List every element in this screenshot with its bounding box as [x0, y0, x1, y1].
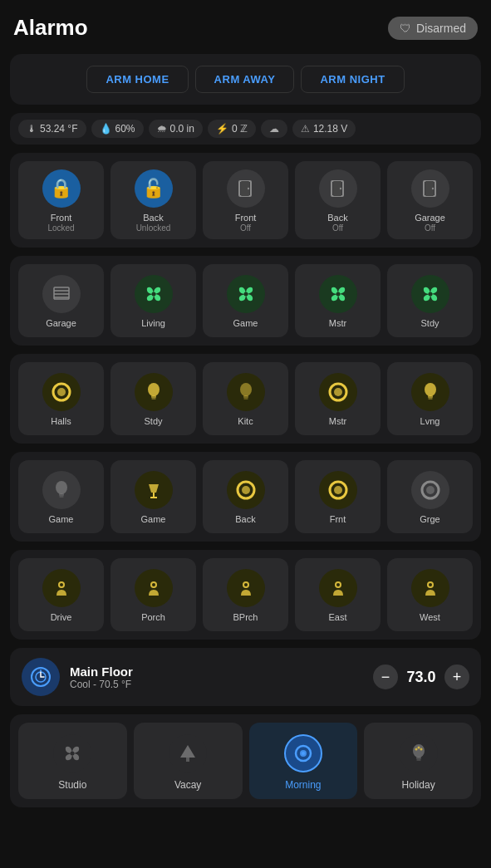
thermostat-row[interactable]: Main Floor Cool - 70.5 °F − 73.0 +	[10, 648, 481, 706]
scene-morning[interactable]: Morning	[249, 723, 358, 799]
device-west-motion[interactable]: West	[387, 558, 473, 631]
device-mstr-fan[interactable]: Mstr	[295, 264, 381, 337]
device-lvng-light[interactable]: Lvng	[387, 362, 473, 435]
thermostat-name: Main Floor	[70, 664, 363, 679]
motion-sensor-icon-4	[327, 577, 349, 599]
svg-point-55	[71, 752, 75, 756]
svg-point-49	[336, 583, 340, 586]
cloud-icon: ☁	[269, 123, 279, 135]
device-grge-light[interactable]: Grge	[387, 460, 473, 533]
svg-point-60	[302, 752, 305, 755]
device-kitc-light[interactable]: Kitc	[203, 362, 288, 435]
svg-point-18	[57, 388, 66, 396]
voltage-icon: ⚠	[301, 123, 310, 135]
vacay-label: Vacay	[174, 779, 201, 791]
device-east-motion[interactable]: East	[295, 558, 381, 631]
lamp-icon	[143, 479, 164, 501]
svg-rect-62	[416, 757, 421, 759]
holiday-label: Holiday	[402, 779, 435, 791]
motion-grid-section: Drive Porch	[10, 550, 481, 640]
svg-point-19	[148, 383, 160, 396]
device-porch-motion[interactable]: Porch	[110, 558, 196, 631]
device-frnt-light[interactable]: Frnt	[295, 460, 381, 533]
kitc-light-label: Kitc	[238, 416, 253, 427]
svg-point-8	[431, 188, 433, 189]
device-bprch-motion[interactable]: BPrch	[203, 558, 288, 631]
device-front-door[interactable]: Front Off	[203, 161, 288, 239]
device-living-fan[interactable]: Living	[110, 264, 196, 337]
garage-fan-icon-wrap	[42, 275, 81, 313]
rain-value: 0.0 in	[170, 123, 194, 135]
garage-icon	[52, 284, 71, 304]
drive-motion-label: Drive	[51, 612, 72, 623]
device-stdy-fan[interactable]: Stdy	[387, 264, 473, 337]
thermostat-decrease-button[interactable]: −	[373, 664, 398, 689]
temp-icon: 🌡	[27, 123, 37, 135]
stdy-fan-icon-wrap	[411, 275, 449, 313]
mstr-fan-label: Mstr	[329, 318, 346, 329]
fan-icon-2	[235, 283, 257, 305]
arm-home-button[interactable]: ARM HOME	[86, 66, 188, 93]
door-icon	[236, 179, 256, 199]
game-fan-icon-wrap	[227, 275, 265, 313]
svg-point-51	[429, 583, 432, 586]
thermostat-increase-button[interactable]: +	[444, 664, 469, 689]
device-back-lock[interactable]: 🔓 Back Unlocked	[110, 161, 196, 239]
morning-label: Morning	[285, 779, 321, 791]
sensor-temp: 🌡 53.24 °F	[18, 120, 86, 138]
game-light-label: Game	[49, 514, 74, 525]
device-halls-light[interactable]: Halls	[18, 362, 104, 435]
mstr-fan-icon-wrap	[319, 275, 357, 313]
ring-yellow-icon	[50, 380, 73, 404]
rain-icon: 🌧	[157, 123, 167, 135]
svg-point-22	[240, 383, 252, 396]
shield-icon: 🛡	[400, 22, 411, 35]
scene-holiday[interactable]: Holiday	[364, 723, 473, 799]
sensor-rain: 🌧 0.0 in	[149, 120, 203, 138]
device-garage-door[interactable]: Garage Off	[387, 161, 473, 239]
app-container: Alarmo 🛡 Disarmed ARM HOME ARM AWAY ARM …	[0, 0, 491, 817]
light1-grid-section: Halls Stdy	[10, 354, 481, 444]
bulb-yellow-icon-2	[420, 381, 441, 403]
svg-point-16	[428, 292, 432, 296]
device-game-fan[interactable]: Game	[203, 264, 288, 337]
device-stdy-light[interactable]: Stdy	[110, 362, 196, 435]
sensor-humidity: 💧 60%	[91, 120, 144, 138]
back-light-icon-wrap	[227, 471, 265, 509]
status-badge[interactable]: 🛡 Disarmed	[388, 17, 478, 40]
frnt-light-label: Frnt	[330, 514, 346, 525]
sensor-bar: 🌡 53.24 °F 💧 60% 🌧 0.0 in ⚡ 0 ℤ ☁ ⚠ 12.1…	[10, 113, 481, 145]
device-garage-fan[interactable]: Garage	[18, 264, 104, 337]
light1-device-grid: Halls Stdy	[18, 362, 473, 435]
kitc-light-icon-wrap	[227, 373, 265, 411]
device-mstr-light[interactable]: Mstr	[295, 362, 381, 435]
game-lamp-icon-wrap	[135, 471, 173, 509]
power-icon: ⚡	[216, 123, 228, 135]
device-game-light[interactable]: Game	[18, 460, 104, 533]
app-title: Alarmo	[13, 15, 88, 41]
scene-studio[interactable]: Studio	[18, 723, 127, 799]
arm-night-button[interactable]: ARM NIGHT	[301, 66, 404, 93]
grge-light-label: Grge	[420, 514, 439, 525]
morning-icon-wrap	[284, 734, 322, 772]
motion-sensor-icon-5	[420, 577, 441, 599]
device-back-light[interactable]: Back	[203, 460, 288, 533]
device-back-door[interactable]: Back Off	[295, 161, 381, 239]
device-drive-motion[interactable]: Drive	[18, 558, 104, 631]
sensor-voltage: ⚠ 12.18 V	[292, 120, 356, 138]
back-door-icon	[328, 179, 348, 199]
ring-yellow-icon-2	[327, 380, 350, 404]
scene-vacay[interactable]: Vacay	[134, 723, 243, 799]
garage-fan-label: Garage	[46, 318, 76, 329]
svg-point-26	[334, 388, 342, 396]
svg-point-54	[40, 669, 42, 671]
svg-rect-29	[428, 398, 432, 400]
fan-icon-3	[327, 283, 349, 305]
device-front-lock[interactable]: 🔒 Front Locked	[18, 161, 104, 239]
svg-point-27	[425, 383, 436, 396]
front-lock-icon-wrap: 🔒	[42, 169, 81, 208]
front-lock-sublabel: Locked	[47, 223, 74, 233]
device-game-lamp[interactable]: Game	[110, 460, 196, 533]
west-motion-label: West	[420, 612, 440, 623]
arm-away-button[interactable]: ARM AWAY	[195, 66, 295, 93]
